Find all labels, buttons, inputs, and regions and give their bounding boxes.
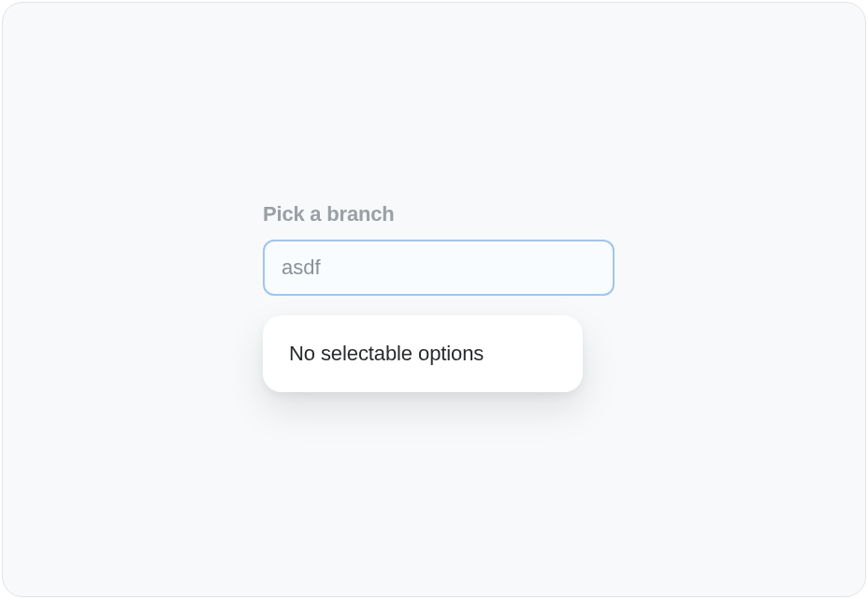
branch-search-input[interactable] (263, 240, 615, 296)
branch-dropdown[interactable]: No selectable options (263, 315, 583, 392)
app-frame: Pick a branch No selectable options (2, 2, 866, 597)
field-label: Pick a branch (263, 202, 615, 226)
branch-field: Pick a branch (263, 202, 615, 296)
dropdown-empty-message: No selectable options (289, 342, 557, 366)
